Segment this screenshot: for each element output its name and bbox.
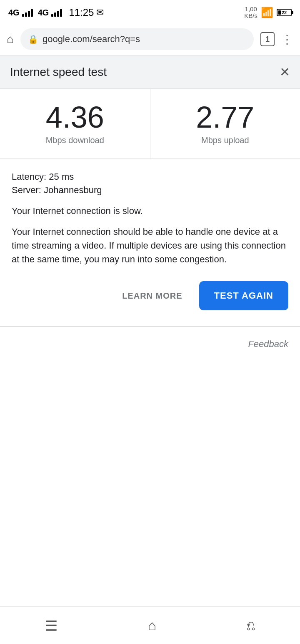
menu-icon[interactable]: ☰ (45, 617, 58, 634)
status-bar: 4G 4G 11:25 ✉ 1,00KB/s 📶 22 (0, 0, 300, 25)
lock-icon: 🔒 (28, 34, 38, 44)
server-row: Server: Johannesburg (12, 185, 288, 196)
bottom-nav: ☰ ⌂ ⎌ (0, 606, 300, 644)
url-text: google.com/search?q=s (42, 34, 246, 45)
details-section: Latency: 25 ms Server: Johannesburg Your… (0, 159, 300, 327)
url-bar[interactable]: 🔒 google.com/search?q=s (20, 28, 254, 50)
battery-icon: 22 (277, 9, 292, 16)
close-button[interactable]: ✕ (280, 65, 290, 79)
upload-value: 2.77 (159, 102, 292, 132)
browser-chrome: ⌂ 🔒 google.com/search?q=s 1 ⋮ (0, 25, 300, 55)
back-icon[interactable]: ⎌ (247, 617, 255, 634)
server-value: Johannesburg (44, 185, 102, 195)
signal-bars-2 (51, 8, 62, 17)
upload-box: 2.77 Mbps upload (150, 89, 300, 158)
learn-more-button[interactable]: LEARN MORE (115, 283, 189, 309)
download-box: 4.36 Mbps download (0, 89, 150, 158)
status-right: 1,00KB/s 📶 22 (244, 6, 292, 20)
home-button[interactable]: ⌂ (7, 33, 14, 46)
more-menu-button[interactable]: ⋮ (281, 33, 293, 46)
time: 11:25 (69, 7, 94, 18)
email-icon: ✉ (96, 7, 104, 18)
upload-label: Mbps upload (159, 136, 292, 145)
latency-label: Latency: (12, 171, 46, 182)
battery-level: 22 (278, 10, 291, 15)
home-nav-icon[interactable]: ⌂ (148, 617, 157, 634)
speed-results: 4.36 Mbps download 2.77 Mbps upload (0, 89, 300, 159)
latency-value: 25 ms (49, 171, 74, 182)
feedback-link[interactable]: Feedback (248, 339, 288, 349)
signal-bars-1 (22, 8, 33, 17)
wifi-icon: 📶 (261, 7, 273, 18)
widget-title: Internet speed test (10, 65, 107, 79)
kbps-label: 1,00KB/s (244, 6, 258, 20)
feedback-section: Feedback (0, 327, 300, 361)
status-left: 4G 4G 11:25 ✉ (8, 7, 104, 18)
connection-status: Your Internet connection is slow. (12, 206, 288, 216)
speed-test-widget: Internet speed test ✕ 4.36 Mbps download… (0, 55, 300, 361)
network2-label: 4G (38, 8, 49, 18)
latency-row: Latency: 25 ms (12, 171, 288, 182)
widget-header: Internet speed test ✕ (0, 55, 300, 89)
test-again-button[interactable]: TEST AGAIN (199, 281, 288, 310)
download-value: 4.36 (8, 102, 142, 132)
server-label: Server: (12, 185, 41, 195)
network1-label: 4G (8, 8, 20, 18)
download-label: Mbps download (8, 136, 142, 145)
tab-count[interactable]: 1 (260, 32, 275, 46)
action-buttons: LEARN MORE TEST AGAIN (12, 281, 288, 314)
connection-description: Your Internet connection should be able … (12, 225, 288, 266)
